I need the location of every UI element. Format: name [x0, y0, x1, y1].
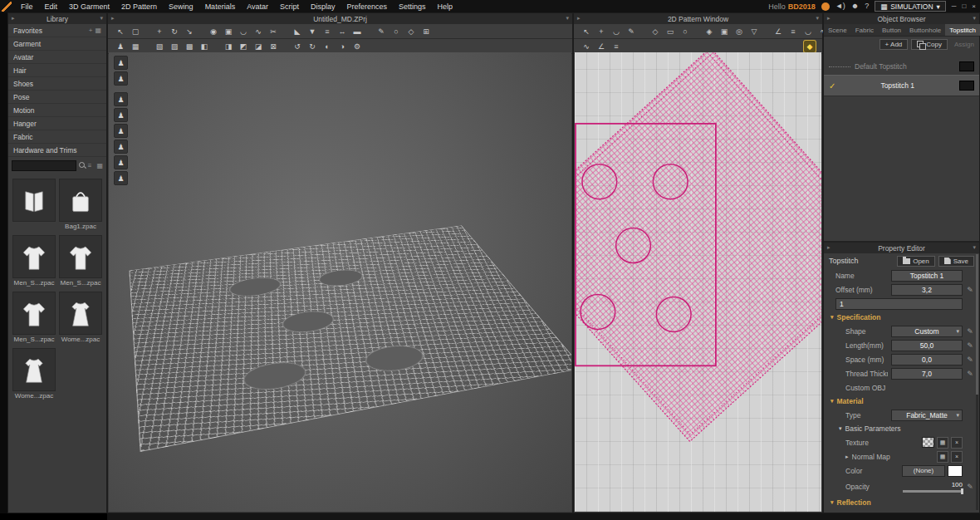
panel-menu-icon[interactable]: ▸	[827, 244, 831, 251]
search-icon[interactable]	[79, 162, 83, 169]
menu-script[interactable]: Script	[274, 2, 305, 11]
panel-options-icon[interactable]: ▾	[973, 15, 976, 22]
favorites-grid-icon[interactable]: ▦	[95, 27, 101, 34]
library-item[interactable]: Men_S...zpac	[12, 292, 56, 345]
show-pattern-names-toggle-icon[interactable]: ≡	[610, 41, 622, 52]
help-icon[interactable]: ?	[865, 2, 869, 10]
edit-topstitch-tool-icon[interactable]: ◆	[804, 41, 816, 52]
rotate-view-right-icon[interactable]: ↻	[306, 41, 318, 52]
circle-tool-icon[interactable]: ○	[679, 26, 691, 37]
thread-thickness-input[interactable]	[891, 368, 963, 380]
internal-rectangle-tool-icon[interactable]: ▣	[718, 26, 730, 37]
segment-sewing-2d-tool-icon[interactable]: ◡	[802, 26, 814, 37]
library-category-hair[interactable]: Hair	[8, 64, 106, 77]
pin-box-tool-icon[interactable]: ▣	[223, 26, 234, 37]
show-base-lines-icon[interactable]: ◩	[238, 41, 249, 52]
tab-buttonhole[interactable]: Buttonhole	[905, 24, 945, 36]
panel-menu-icon[interactable]: ▸	[12, 15, 15, 22]
menu-settings[interactable]: Settings	[393, 2, 432, 11]
library-category-hardware-and-trims[interactable]: Hardware and Trims	[8, 144, 106, 157]
clo-badge-icon[interactable]	[821, 2, 830, 11]
menu-file[interactable]: File	[15, 2, 39, 11]
show-pins-icon[interactable]: ⊠	[267, 41, 279, 52]
show-avatar-icon[interactable]: ♟	[115, 41, 126, 52]
texture-swatch[interactable]	[922, 437, 934, 448]
menu-materials[interactable]: Materials	[199, 2, 242, 11]
transparent-view-icon[interactable]: ◧	[198, 41, 210, 52]
library-item[interactable]: Men_S...zpac	[59, 235, 102, 288]
pen-3d-tool-icon[interactable]: ✎	[375, 26, 387, 37]
list-item-topstitch-1[interactable]: ✓ Topstitch 1	[824, 75, 979, 96]
pin-tool-icon[interactable]: ◉	[208, 26, 219, 37]
seam-allowance-tool-icon[interactable]: ≡	[787, 26, 799, 37]
panel-options-icon[interactable]: ▾	[100, 15, 103, 22]
polygon-tool-icon[interactable]: ◇	[649, 26, 661, 37]
show-sewing-toggle-icon[interactable]: ∿	[581, 41, 592, 52]
render-settings-icon[interactable]: ⚙	[351, 41, 363, 52]
length-edit-icon[interactable]: ✎	[966, 341, 974, 350]
copy-button[interactable]: Copy	[911, 39, 948, 50]
rotate-view-left-icon[interactable]: ↺	[292, 41, 303, 52]
menu-preferences[interactable]: Preferences	[341, 2, 394, 11]
texture-surface-view-icon[interactable]: ▧	[154, 41, 165, 52]
opacity-edit-icon[interactable]: ✎	[966, 483, 974, 491]
menu-3d-garment[interactable]: 3D Garment	[63, 2, 115, 11]
library-category-hanger[interactable]: Hanger	[8, 117, 106, 130]
grid-view-icon[interactable]: ▦	[96, 162, 103, 169]
strand-count-input[interactable]	[835, 298, 963, 310]
menu-2d-pattern[interactable]: 2D Pattern	[115, 2, 163, 11]
library-item[interactable]: Wome...zpac	[12, 348, 56, 401]
opacity-slider[interactable]	[903, 490, 963, 493]
library-category-favorites[interactable]: Favorites+▦	[8, 24, 106, 37]
menu-help[interactable]: Help	[432, 2, 459, 11]
show-arrangement-toggle-icon[interactable]: ♟	[114, 155, 128, 169]
tab-scene[interactable]: Scene	[824, 24, 851, 36]
show-seams-icon[interactable]: ◪	[252, 41, 264, 52]
name-input[interactable]	[891, 270, 963, 282]
panel-options-icon[interactable]: ▾	[816, 15, 819, 22]
library-item[interactable]: Bag1.zpac	[59, 179, 102, 232]
show-notches-toggle-icon[interactable]: ∠	[595, 41, 607, 52]
library-category-shoes[interactable]: Shoes	[8, 77, 106, 91]
show-tape-toggle-icon[interactable]: ♟	[114, 171, 128, 185]
length-input[interactable]	[891, 340, 963, 351]
grid-3d-tool-icon[interactable]: ⊞	[420, 26, 432, 37]
edit-curvature-tool-icon[interactable]: ◡	[610, 26, 622, 37]
rectangle-tool-icon[interactable]: ▭	[664, 26, 676, 37]
show-avatar-toggle-icon[interactable]: ♟	[114, 56, 128, 70]
free-sewing-tool-icon[interactable]: ∿	[252, 26, 264, 37]
transform-pattern-tool-icon[interactable]: ↖	[581, 26, 592, 37]
measure-tool-icon[interactable]: ↔	[336, 26, 348, 37]
add-button[interactable]: + Add	[880, 39, 909, 50]
dart-tool-icon[interactable]: ▽	[748, 26, 760, 37]
close-button[interactable]: ×	[972, 2, 976, 10]
tab-fabric[interactable]: Fabric	[851, 24, 878, 36]
open-button[interactable]: Open	[897, 256, 935, 267]
show-fit-map-toggle-icon[interactable]: ♟	[114, 108, 128, 122]
select-tool-icon[interactable]: ↖	[115, 26, 126, 37]
thick-texture-view-icon[interactable]: ▨	[169, 41, 180, 52]
rotate-gizmo-tool-icon[interactable]: ↻	[169, 26, 180, 37]
volume-icon[interactable]: ◄)	[835, 2, 845, 10]
space-edit-icon[interactable]: ✎	[966, 356, 974, 364]
maximize-button[interactable]: □	[962, 2, 966, 10]
light-toggle-icon[interactable]: ◐	[321, 41, 333, 52]
list-item-default-topstitch[interactable]: Default Topstitch	[824, 58, 979, 75]
reflection-section[interactable]: ▾ Reflection	[824, 496, 979, 509]
tape-tool-icon[interactable]: ▬	[351, 26, 363, 37]
specification-section[interactable]: ▾ Specification	[824, 311, 979, 324]
texture-browse-icon[interactable]: ▦	[937, 437, 948, 449]
add-favorite-icon[interactable]: +	[89, 27, 93, 34]
simulation-mode-button[interactable]: ▦ SIMULATION ▾	[875, 1, 946, 12]
internal-polygon-tool-icon[interactable]: ◈	[703, 26, 715, 37]
shadow-toggle-icon[interactable]: ◑	[336, 41, 348, 52]
panel-options-icon[interactable]: ▾	[973, 244, 976, 251]
normal-map-expand-icon[interactable]: ▸	[845, 454, 849, 460]
property-editor-scrollbar[interactable]	[976, 254, 978, 510]
polygon-3d-tool-icon[interactable]: ◇	[405, 26, 417, 37]
space-input[interactable]	[891, 354, 963, 365]
library-category-motion[interactable]: Motion	[8, 104, 106, 117]
notch-tool-icon[interactable]: ∠	[772, 26, 784, 37]
add-point-tool-icon[interactable]: ✎	[625, 26, 637, 37]
material-type-select[interactable]: Fabric_Matte ▾	[891, 410, 963, 421]
